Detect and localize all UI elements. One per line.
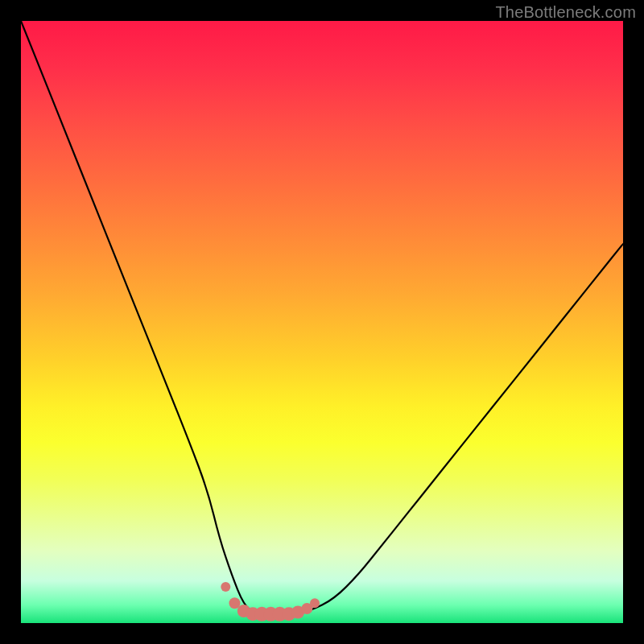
valley-dot [229,597,241,609]
valley-dot [282,607,295,621]
valley-dot [254,607,269,621]
valley-dot [291,606,304,619]
valley-dots [221,582,320,621]
bottleneck-curve [21,21,623,614]
valley-dot [246,607,260,621]
curve-svg [21,21,623,623]
valley-dot [310,598,320,608]
valley-dot [273,607,287,621]
valley-dot [263,607,278,621]
watermark-text: TheBottleneck.com [495,3,636,22]
chart-frame: TheBottleneck.com [0,0,644,644]
valley-dot [221,582,230,592]
plot-area [21,21,623,623]
valley-dot [301,603,312,614]
valley-dot [237,605,250,617]
